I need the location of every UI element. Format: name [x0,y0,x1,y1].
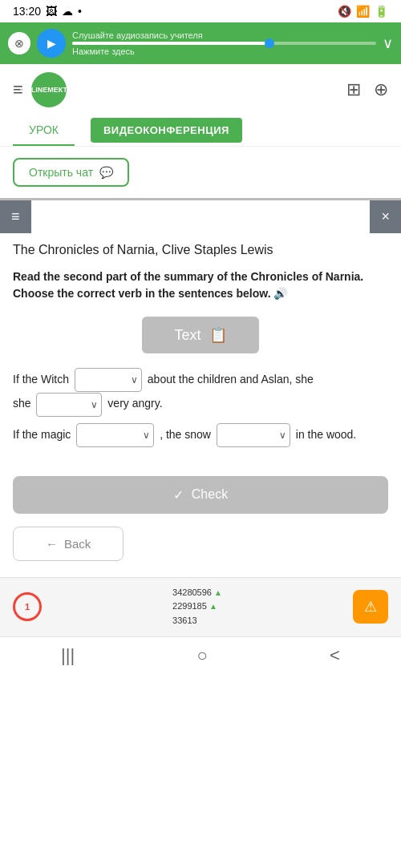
nav-home-icon[interactable]: ○ [196,645,207,666]
grid-icon[interactable]: ⊞ [346,79,361,100]
nav-tabs: УРОК ВИДЕОКОНФЕРЕНЦИЯ [0,115,401,147]
dropdown-arrow-1: ∨ [131,370,138,390]
check-label: Check [192,487,228,502]
instructions-text: Read the second part of the summary of t… [13,270,363,300]
mute-icon: 🔇 [338,5,351,18]
open-chat-button[interactable]: Открыть чат 💬 [13,158,129,187]
audio-track[interactable] [72,42,376,45]
instructions: Read the second part of the summary of t… [0,260,401,307]
chat-section: Открыть чат 💬 [0,147,401,198]
tab-video[interactable]: ВИДЕОКОНФЕРЕНЦИЯ [75,115,258,146]
s2-select2[interactable]: melts melted will melt would melt [224,429,277,441]
app-header: ≡ ONLINE МЕКТЕП ⊞ ⊕ [0,64,401,115]
check-button-container: ✓ Check [0,463,401,520]
nav-back-icon[interactable]: < [330,645,340,666]
photo-icon: 🖼 [46,5,57,18]
text-button-label: Text [174,327,200,344]
warning-icon: ⚠ [364,599,377,615]
s2-suffix: in the wood. [296,428,357,441]
dropdown-arrow-2: ∨ [91,395,98,414]
header-right: ⊞ ⊕ [346,79,388,100]
audio-close-button[interactable]: ⊗ [8,32,30,55]
bottom-nav-bar: ||| ○ < [0,636,401,674]
status-left: 13:20 🖼 ☁ • [13,5,82,18]
audio-progress: Слушайте аудиозапись учителя Нажмите зде… [72,30,376,56]
audio-play-button[interactable]: ▶ [37,29,66,58]
s1-select1[interactable]: knew knows will know found out [82,374,129,386]
stat-3-value: 33613 [172,616,197,625]
s2-select1[interactable]: works worked will work had worked [83,429,141,441]
logo-line1: ONLINE [20,86,47,95]
s2-dropdown2[interactable]: melts melted will melt would melt ∨ [217,423,290,447]
play-icon: ▶ [47,37,56,50]
cloud-icon: ☁ [62,5,73,18]
stat-2-arrow: ▲ [209,602,217,611]
status-bar: 13:20 🖼 ☁ • 🔇 📶 🔋 [0,0,401,22]
header-left: ≡ ONLINE МЕКТЕП [13,72,67,107]
s1-middle: about the children and Aslan, she [148,373,314,386]
s1-dropdown1[interactable]: knew knows will know found out ∨ [75,368,142,392]
audio-title: Слушайте аудиозапись учителя [72,30,376,40]
close-icon: × [381,208,390,224]
stat-1-value: 34280596 [172,587,212,597]
text-button[interactable]: Text 📋 [142,317,258,353]
s1-prefix2: she [13,397,34,410]
nav-menu-icon[interactable]: ||| [61,645,75,666]
s2-prefix: If the magic [13,428,71,441]
dropdown-arrow-3: ∨ [143,426,150,445]
back-label: Back [64,537,91,551]
dropdown-arrow-4: ∨ [279,426,286,445]
audio-thumb [265,38,274,48]
battery-icon: 🔋 [375,5,388,18]
sentence-1: If the Witch knew knows will know found … [13,368,388,417]
book-title: The Chronicles of Narnia, Clive Staples … [0,233,401,260]
close-icon: ⊗ [14,37,24,50]
stats-bar: 1 34280596 ▲ 2299185 ▲ 33613 ⚠ [0,577,401,636]
logo-line2: МЕКТЕП [47,86,77,95]
close-content-button[interactable]: × [370,200,401,233]
s2-dropdown1[interactable]: works worked will work had worked ∨ [76,423,154,447]
warning-button[interactable]: ⚠ [353,590,388,624]
menu-icon: ≡ [11,208,20,224]
tab-lesson[interactable]: УРОК [13,115,75,146]
globe-icon[interactable]: ⊕ [374,79,388,100]
sound-icon[interactable]: 🔊 [273,287,287,300]
stat-1: 34280596 ▲ [172,586,222,600]
text-button-container: Text 📋 [0,307,401,363]
back-icon: ← [46,537,58,551]
audio-subtitle: Нажмите здесь [72,46,376,56]
stat-3: 33613 [172,614,222,628]
audio-player-bar: ⊗ ▶ Слушайте аудиозапись учителя Нажмите… [0,22,401,64]
stats-circle: 1 [13,592,42,621]
sentence-2: If the magic works worked will work had … [13,423,388,447]
check-button[interactable]: ✓ Check [13,476,388,514]
text-button-icon: 📋 [209,326,227,344]
chat-icon: 💬 [99,166,113,179]
wifi-icon: 📶 [356,5,370,18]
status-right: 🔇 📶 🔋 [338,5,388,18]
check-icon: ✓ [173,487,184,503]
main-content: ≡ × The Chronicles of Narnia, Clive Stap… [0,198,401,577]
audio-chevron-icon[interactable]: ∨ [383,34,393,52]
back-button-container: ← Back [0,520,401,577]
menu-toggle-button[interactable]: ≡ [0,200,31,233]
s1-dropdown2[interactable]: would be will be is was ∨ [36,393,102,417]
s1-suffix: very angry. [107,397,162,410]
s2-middle: , the snow [160,428,211,441]
s1-prefix: If the Witch [13,373,69,386]
stat-2-value: 2299185 [172,601,207,611]
dot-icon: • [78,5,82,18]
status-time: 13:20 [13,5,41,18]
chat-label: Открыть чат [29,166,93,179]
video-conference-tab[interactable]: ВИДЕОКОНФЕРЕНЦИЯ [91,118,242,143]
stat-1-arrow: ▲ [214,588,222,597]
stats-numbers: 34280596 ▲ 2299185 ▲ 33613 [172,586,222,628]
stat-2: 2299185 ▲ [172,600,222,614]
app-logo: ONLINE МЕКТЕП [31,72,67,107]
sentences-container: If the Witch knew knows will know found … [0,363,401,463]
content-header: ≡ × [0,200,401,233]
s1-select2[interactable]: would be will be is was [43,398,89,410]
back-button[interactable]: ← Back [13,527,124,561]
audio-track-fill [72,42,269,45]
